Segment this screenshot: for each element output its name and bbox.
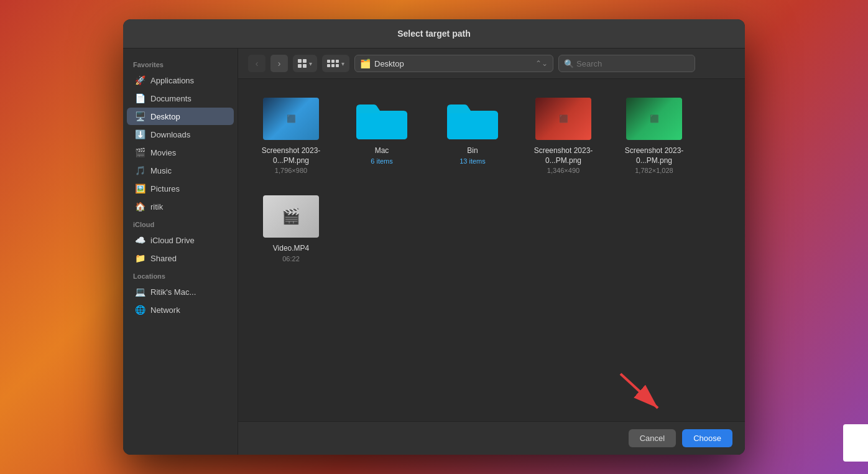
forward-button[interactable]: ›: [270, 55, 288, 72]
file-meta-screenshot3: 1,782×1,028: [635, 167, 673, 174]
sidebar-item-ritiks-mac[interactable]: 💻 Ritik's Mac...: [127, 283, 234, 300]
file-item-screenshot2[interactable]: ⬛ Screenshot 2023-0...PM.png 1,346×490: [523, 91, 604, 179]
file-meta-mac-folder: 6 items: [371, 157, 392, 165]
sidebar-item-shared-label: Shared: [150, 254, 177, 263]
locations-label: Locations: [123, 267, 238, 282]
list-view-dropdown-arrow: ▾: [341, 60, 344, 67]
grid-view-icon: [298, 59, 307, 68]
file-dialog: Select target path Favorites 🚀 Applicati…: [123, 19, 745, 455]
icon-view-button[interactable]: ▾: [293, 55, 317, 72]
toolbar: ‹ › ▾: [238, 49, 745, 79]
file-meta-screenshot2: 1,346×490: [547, 167, 579, 174]
downloads-icon: ⬇️: [134, 129, 145, 140]
file-name-screenshot2: Screenshot 2023-0...PM.png: [528, 146, 599, 165]
location-text: Desktop: [374, 59, 532, 68]
sidebar-item-desktop-label: Desktop: [150, 112, 180, 121]
file-meta-video: 06:22: [282, 255, 300, 263]
file-icon-screenshot1: ⬛: [263, 96, 319, 141]
sidebar-item-applications[interactable]: 🚀 Applications: [127, 72, 234, 89]
file-item-mac-folder[interactable]: Mac 6 items: [341, 91, 422, 179]
file-icon-video: 🎬: [263, 194, 319, 239]
shared-icon: 📁: [134, 253, 145, 264]
choose-button[interactable]: Choose: [682, 429, 732, 447]
sidebar: Favorites 🚀 Applications 📄 Documents 🖥️ …: [123, 49, 238, 455]
search-icon: 🔍: [564, 59, 574, 68]
cancel-button[interactable]: Cancel: [629, 429, 676, 447]
file-item-bin-folder[interactable]: Bin 13 items: [432, 91, 513, 179]
sidebar-item-ritik-label: ritik: [150, 202, 163, 211]
applications-icon: 🚀: [134, 75, 145, 86]
sidebar-item-pictures[interactable]: 🖼️ Pictures: [127, 180, 234, 197]
sidebar-item-pictures-label: Pictures: [150, 184, 180, 193]
sidebar-item-ritik[interactable]: 🏠 ritik: [127, 198, 234, 215]
documents-icon: 📄: [134, 93, 145, 104]
file-name-bin-folder: Bin: [467, 146, 478, 156]
icloud-drive-icon: ☁️: [134, 235, 145, 246]
file-name-screenshot1: Screenshot 2023-0...PM.png: [256, 146, 326, 165]
file-grid: ⬛ Screenshot 2023-0...PM.png 1,796×980: [238, 79, 745, 421]
pictures-icon: 🖼️: [134, 183, 145, 194]
sidebar-item-icloud-drive[interactable]: ☁️ iCloud Drive: [127, 231, 234, 249]
movies-icon: 🎬: [134, 147, 145, 158]
file-meta-bin-folder: 13 items: [459, 157, 486, 165]
sidebar-item-desktop[interactable]: 🖥️ Desktop: [127, 108, 234, 125]
file-item-screenshot1[interactable]: ⬛ Screenshot 2023-0...PM.png 1,796×980: [251, 91, 331, 179]
sidebar-item-downloads[interactable]: ⬇️ Downloads: [127, 126, 234, 143]
file-name-video: Video.MP4: [273, 244, 309, 254]
sidebar-item-movies-label: Movies: [150, 148, 176, 157]
icloud-label: iCloud: [123, 216, 238, 231]
file-meta-screenshot1: 1,796×980: [275, 167, 307, 174]
file-name-mac-folder: Mac: [375, 146, 389, 156]
file-item-video[interactable]: 🎬 Video.MP4 06:22: [251, 189, 331, 267]
location-dropdown[interactable]: 🗂️ Desktop ⌃⌄: [354, 55, 553, 72]
view-dropdown-arrow: ▾: [309, 60, 312, 67]
favorites-label: Favorites: [123, 56, 238, 71]
sidebar-item-network[interactable]: 🌐 Network: [127, 301, 234, 318]
desktop-icon: 🖥️: [134, 111, 145, 122]
sidebar-item-movies[interactable]: 🎬 Movies: [127, 144, 234, 161]
sidebar-item-music[interactable]: 🎵 Music: [127, 162, 234, 179]
white-box: [843, 424, 868, 462]
sidebar-item-music-label: Music: [150, 166, 172, 175]
sidebar-item-shared[interactable]: 📁 Shared: [127, 249, 234, 267]
search-input[interactable]: [576, 59, 690, 68]
ritiks-mac-icon: 💻: [134, 286, 145, 297]
title-bar: Select target path: [123, 19, 745, 49]
back-button[interactable]: ‹: [248, 55, 265, 72]
main-content: ‹ › ▾: [238, 49, 745, 455]
file-icon-mac-folder: [354, 96, 410, 141]
music-icon: 🎵: [134, 165, 145, 176]
bottom-bar: Cancel Choose: [238, 421, 745, 455]
file-icon-screenshot2: ⬛: [535, 96, 591, 141]
file-item-screenshot3[interactable]: ⬛ Screenshot 2023-0...PM.png 1,782×1,028: [614, 91, 695, 179]
dialog-body: Favorites 🚀 Applications 📄 Documents 🖥️ …: [123, 49, 745, 455]
ritik-icon: 🏠: [134, 201, 145, 212]
location-folder-icon: 🗂️: [360, 58, 371, 68]
search-box[interactable]: 🔍: [558, 55, 695, 72]
file-icon-screenshot3: ⬛: [626, 96, 682, 141]
file-name-screenshot3: Screenshot 2023-0...PM.png: [619, 146, 690, 165]
file-icon-bin-folder: [445, 96, 501, 141]
sidebar-item-ritiks-mac-label: Ritik's Mac...: [150, 287, 196, 297]
list-view-button[interactable]: ▾: [322, 55, 349, 72]
sidebar-item-downloads-label: Downloads: [150, 130, 190, 139]
sidebar-item-documents-label: Documents: [150, 94, 192, 103]
network-icon: 🌐: [134, 304, 145, 315]
sidebar-item-applications-label: Applications: [150, 76, 194, 85]
sidebar-item-icloud-drive-label: iCloud Drive: [150, 236, 195, 245]
dialog-title: Select target path: [397, 29, 470, 39]
list-view-icon: [327, 60, 339, 67]
sidebar-item-documents[interactable]: 📄 Documents: [127, 90, 234, 107]
sidebar-item-network-label: Network: [150, 305, 180, 315]
location-chevron: ⌃⌄: [535, 59, 548, 68]
